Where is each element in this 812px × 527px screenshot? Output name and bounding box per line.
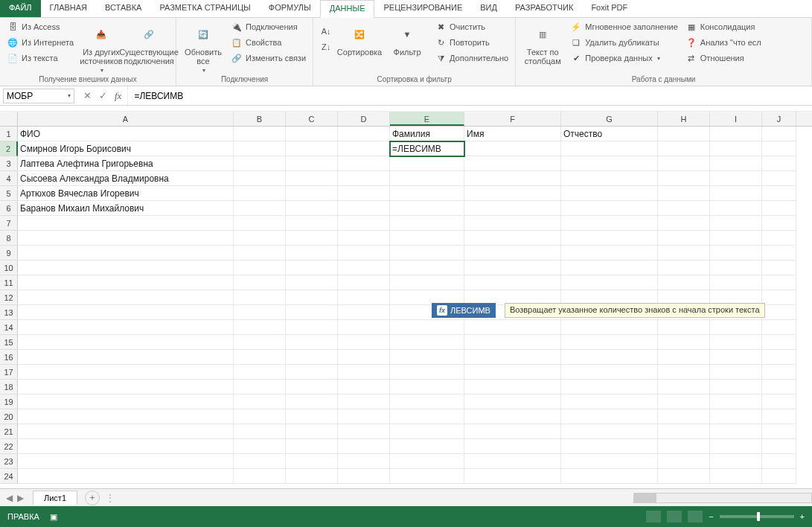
cell-I2[interactable] — [710, 141, 762, 156]
cell-B14[interactable] — [234, 320, 286, 335]
cell-F19[interactable] — [464, 395, 561, 409]
cell-J12[interactable] — [762, 290, 796, 305]
row-header[interactable]: 21 — [0, 424, 18, 439]
cell-I9[interactable] — [710, 246, 762, 261]
cell-F2[interactable] — [464, 141, 561, 156]
cell-D5[interactable] — [338, 186, 390, 201]
cell-B17[interactable] — [234, 365, 286, 380]
cell-C15[interactable] — [286, 335, 338, 350]
cell-J10[interactable] — [762, 261, 796, 275]
btn-flash-fill[interactable]: ⚡Мгновенное заполнение — [568, 19, 680, 34]
row-header[interactable]: 8 — [0, 231, 18, 246]
cell-C13[interactable] — [286, 305, 338, 320]
cell-E7[interactable] — [390, 216, 464, 231]
row-header[interactable]: 16 — [0, 350, 18, 365]
row-header[interactable]: 11 — [0, 275, 18, 290]
cell-H5[interactable] — [658, 186, 710, 201]
tab-file[interactable]: ФАЙЛ — [0, 0, 41, 17]
cell-D23[interactable] — [338, 454, 390, 469]
cell-G23[interactable] — [561, 454, 658, 469]
tab-page-layout[interactable]: РАЗМЕТКА СТРАНИЦЫ — [150, 0, 259, 17]
cell-J2[interactable] — [762, 141, 796, 156]
cell-E18[interactable] — [390, 380, 464, 395]
cell-G19[interactable] — [561, 395, 658, 409]
cell-D8[interactable] — [338, 231, 390, 246]
cell-J22[interactable] — [762, 439, 796, 454]
cell-C21[interactable] — [286, 424, 338, 439]
cell-C12[interactable] — [286, 290, 338, 305]
cell-I14[interactable] — [710, 320, 762, 335]
btn-sort-asc[interactable]: A↓ — [318, 24, 334, 39]
cell-A15[interactable] — [18, 335, 234, 350]
btn-sort-desc[interactable]: Z↓ — [318, 39, 334, 54]
btn-sort[interactable]: 🔀 Сортировка — [337, 19, 382, 57]
autocomplete-item[interactable]: fx ЛЕВСИМВ — [432, 303, 496, 318]
btn-relations[interactable]: ⇄Отношения — [683, 51, 764, 66]
cell-I3[interactable] — [710, 156, 762, 171]
btn-from-text[interactable]: 📄Из текста — [4, 51, 76, 66]
horizontal-scrollbar[interactable] — [633, 493, 812, 503]
tab-home[interactable]: ГЛАВНАЯ — [41, 0, 96, 17]
cell-I24[interactable] — [710, 469, 762, 484]
tab-review[interactable]: РЕЦЕНЗИРОВАНИЕ — [374, 0, 471, 17]
row-header[interactable]: 3 — [0, 156, 18, 171]
cell-H19[interactable] — [658, 395, 710, 409]
cell-B1[interactable] — [234, 127, 286, 141]
cell-D1[interactable] — [338, 127, 390, 141]
cell-H6[interactable] — [658, 201, 710, 216]
cell-H24[interactable] — [658, 469, 710, 484]
cell-D6[interactable] — [338, 201, 390, 216]
cell-A3[interactable]: Лаптева Алефтина Григорьевна — [18, 156, 234, 171]
cell-C16[interactable] — [286, 350, 338, 365]
cell-A7[interactable] — [18, 216, 234, 231]
cell-J17[interactable] — [762, 365, 796, 380]
row-header[interactable]: 10 — [0, 261, 18, 275]
row-header[interactable]: 20 — [0, 409, 18, 424]
cell-G10[interactable] — [561, 261, 658, 275]
btn-data-validation[interactable]: ✔Проверка данных▾ — [568, 51, 680, 66]
cell-D19[interactable] — [338, 395, 390, 409]
cell-H2[interactable] — [658, 141, 710, 156]
cell-J11[interactable] — [762, 275, 796, 290]
cell-C19[interactable] — [286, 395, 338, 409]
col-header-G[interactable]: G — [561, 112, 658, 126]
btn-whatif[interactable]: ❓Анализ "что есл — [683, 35, 764, 50]
cell-J7[interactable] — [762, 216, 796, 231]
cell-D10[interactable] — [338, 261, 390, 275]
cell-E14[interactable] — [390, 320, 464, 335]
cell-G2[interactable] — [561, 141, 658, 156]
cell-D13[interactable] — [338, 305, 390, 320]
cell-E22[interactable] — [390, 439, 464, 454]
cell-J15[interactable] — [762, 335, 796, 350]
cell-G21[interactable] — [561, 424, 658, 439]
cell-B3[interactable] — [234, 156, 286, 171]
btn-text-to-columns[interactable]: ▥ Текст по столбцам — [520, 19, 565, 66]
row-header[interactable]: 1 — [0, 127, 18, 141]
btn-advanced-filter[interactable]: ⧩Дополнительно — [432, 51, 511, 66]
cell-F21[interactable] — [464, 424, 561, 439]
cell-A13[interactable] — [18, 305, 234, 320]
cell-G20[interactable] — [561, 409, 658, 424]
row-header[interactable]: 23 — [0, 454, 18, 469]
col-header-A[interactable]: A — [18, 112, 234, 126]
cell-H4[interactable] — [658, 171, 710, 186]
cell-A14[interactable] — [18, 320, 234, 335]
cell-I17[interactable] — [710, 365, 762, 380]
cell-E17[interactable] — [390, 365, 464, 380]
cell-C5[interactable] — [286, 186, 338, 201]
zoom-slider[interactable] — [720, 515, 794, 518]
cell-A19[interactable] — [18, 395, 234, 409]
cell-C18[interactable] — [286, 380, 338, 395]
cell-F9[interactable] — [464, 246, 561, 261]
btn-existing-connections[interactable]: 🔗 Существующие подключения — [127, 19, 171, 66]
row-header[interactable]: 13 — [0, 305, 18, 320]
cell-F14[interactable] — [464, 320, 561, 335]
cell-B16[interactable] — [234, 350, 286, 365]
formula-input[interactable]: =ЛЕВСИМВ — [127, 86, 812, 105]
cell-I20[interactable] — [710, 409, 762, 424]
col-header-B[interactable]: B — [234, 112, 286, 126]
cell-D2[interactable] — [338, 141, 390, 156]
cell-G18[interactable] — [561, 380, 658, 395]
btn-from-access[interactable]: 🗄Из Access — [4, 19, 76, 34]
cell-G11[interactable] — [561, 275, 658, 290]
